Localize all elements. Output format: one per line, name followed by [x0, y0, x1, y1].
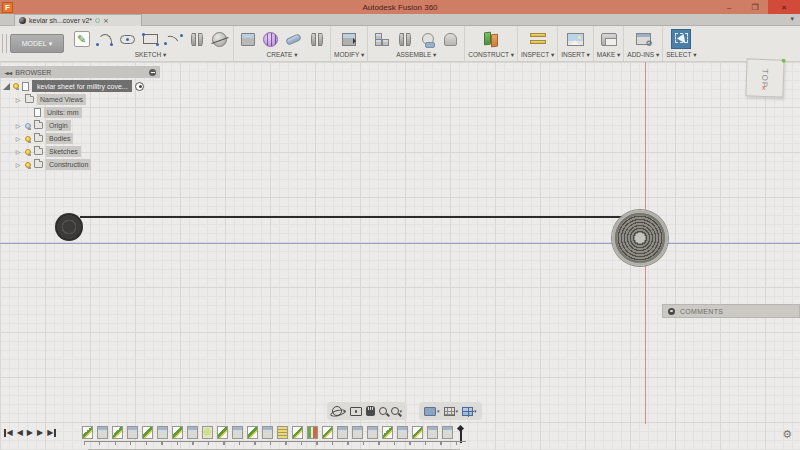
expand-arrow-icon[interactable]: ▷ — [14, 135, 22, 142]
tab-overflow-chevron-icon[interactable]: ▾ — [790, 15, 794, 23]
browser-item-label[interactable]: Origin — [46, 120, 71, 131]
3d-print-icon[interactable] — [598, 29, 619, 50]
expand-arrow-icon[interactable]: ▷ — [14, 148, 22, 155]
create-form-icon[interactable] — [260, 29, 281, 50]
spline-icon[interactable] — [163, 29, 184, 50]
browser-item-label[interactable]: Named Views — [37, 94, 86, 105]
close-button[interactable]: × — [768, 0, 800, 14]
expand-arrow-icon[interactable]: ▷ — [14, 122, 22, 129]
activate-component-radio[interactable] — [135, 82, 144, 91]
rigid-group-icon[interactable] — [440, 29, 461, 50]
collapse-panel-icon[interactable]: ◄◄ — [4, 69, 11, 76]
measure-icon[interactable] — [527, 29, 548, 50]
timeline-feature-extrude[interactable] — [127, 426, 138, 439]
visibility-bulb-icon[interactable] — [25, 123, 31, 129]
timeline-feature-extrude[interactable] — [262, 426, 273, 439]
orbit-button[interactable]: ▾ — [332, 406, 346, 416]
timeline-feature-sketch[interactable] — [382, 426, 393, 439]
visibility-bulb-icon[interactable] — [13, 83, 19, 89]
timeline-feature-extrude[interactable] — [397, 426, 408, 439]
joint-origin-icon[interactable] — [417, 29, 438, 50]
browser-item-origin[interactable]: ▷ Origin — [0, 120, 170, 131]
expand-caret-icon[interactable] — [3, 83, 10, 90]
browser-item-bodies[interactable]: ▷ Bodies — [0, 133, 170, 144]
timeline-feature-sketch[interactable] — [322, 426, 333, 439]
select-tool-icon[interactable] — [671, 29, 692, 50]
timeline-feature-appearance[interactable] — [307, 426, 318, 439]
visibility-bulb-icon[interactable] — [25, 149, 31, 155]
browser-item-label[interactable]: Sketches — [46, 146, 81, 157]
browser-item-units[interactable]: Units: mm — [0, 107, 170, 118]
timeline-feature-extrude[interactable] — [367, 426, 378, 439]
view-cube[interactable]: TOP — [745, 58, 784, 97]
display-settings-button[interactable]: ▾ — [424, 407, 440, 416]
step-back-button[interactable]: ◀ — [17, 428, 23, 437]
new-body-box-icon[interactable] — [237, 29, 258, 50]
timeline-feature-sketch[interactable] — [172, 426, 183, 439]
fit-button[interactable]: ▾ — [391, 407, 403, 415]
timeline-feature-extrude[interactable] — [232, 426, 243, 439]
insert-image-icon[interactable] — [565, 29, 586, 50]
timeline-feature-press[interactable] — [277, 426, 288, 439]
collapse-all-icon[interactable] — [149, 69, 156, 76]
workspace-dropdown[interactable]: MODEL ▾ — [10, 34, 64, 53]
timeline-feature-sketch[interactable] — [217, 426, 228, 439]
grid-snaps-button[interactable]: ▾ — [444, 407, 459, 416]
tab-close-icon[interactable]: × — [103, 17, 109, 25]
viewports-button[interactable]: ▾ — [462, 407, 477, 416]
create-sketch-icon[interactable]: ✎ — [71, 29, 92, 50]
timeline-scroll-track[interactable] — [88, 449, 460, 450]
timeline-feature-extrude[interactable] — [427, 426, 438, 439]
browser-item-label[interactable]: Bodies — [46, 133, 73, 144]
document-tab[interactable]: kevlar sh...cover v2* × — [14, 14, 142, 26]
go-to-start-button[interactable]: ◀ — [4, 428, 13, 437]
timeline-feature-sketch[interactable] — [142, 426, 153, 439]
joint-icon[interactable] — [394, 29, 415, 50]
comments-bar[interactable]: COMMENTS — [662, 304, 800, 318]
browser-root-item[interactable]: kevlar sheet for militry cove... — [0, 80, 170, 92]
small-cylinder-body[interactable] — [55, 213, 83, 241]
timeline-feature-extrude[interactable] — [442, 426, 453, 439]
arc-icon[interactable] — [94, 29, 115, 50]
construction-plane-icon[interactable] — [481, 29, 502, 50]
play-button[interactable]: ▶ — [27, 428, 33, 437]
timeline-feature-sketch[interactable] — [247, 426, 258, 439]
pattern-mirror-icon[interactable] — [306, 29, 327, 50]
settings-gear-icon[interactable]: ⚙ — [782, 428, 792, 441]
browser-header[interactable]: ◄◄ BROWSER — [0, 66, 160, 78]
browser-item-construction[interactable]: ▷ Construction — [0, 159, 170, 170]
timeline-feature-extrude[interactable] — [97, 426, 108, 439]
visibility-bulb-icon[interactable] — [25, 136, 31, 142]
minimize-button[interactable]: – — [716, 0, 742, 14]
new-component-icon[interactable] — [371, 29, 392, 50]
press-pull-icon[interactable] — [339, 29, 360, 50]
pan-button[interactable] — [366, 406, 375, 416]
expand-arrow-icon[interactable]: ▷ — [14, 161, 22, 168]
go-to-end-button[interactable]: ▶ — [47, 428, 56, 437]
scripts-addins-icon[interactable] — [633, 29, 654, 50]
browser-item-named-views[interactable]: ▷ Named Views — [0, 94, 170, 105]
timeline-feature-sketch[interactable] — [112, 426, 123, 439]
timeline-feature-fillet[interactable] — [202, 426, 213, 439]
browser-item-label[interactable]: Construction — [46, 159, 91, 170]
timeline-feature-extrude[interactable] — [337, 426, 348, 439]
zoom-button[interactable] — [379, 407, 387, 415]
sketch-construction-line[interactable] — [80, 216, 634, 218]
expand-arrow-icon[interactable]: ▷ — [14, 96, 22, 103]
timeline-feature-extrude[interactable] — [157, 426, 168, 439]
toolbar-drag-handle[interactable] — [2, 34, 7, 53]
model-viewport[interactable]: TOP x ◄◄ BROWSER kevlar sheet for militr… — [0, 62, 800, 450]
root-component-label[interactable]: kevlar sheet for militry cove... — [32, 80, 132, 92]
step-forward-button[interactable]: ▶ — [37, 428, 43, 437]
timeline-feature-sketch[interactable] — [292, 426, 303, 439]
timeline-feature-extrude[interactable] — [187, 426, 198, 439]
sketch-mirror-icon[interactable] — [186, 29, 207, 50]
timeline-feature-extrude[interactable] — [352, 426, 363, 439]
visibility-bulb-icon[interactable] — [25, 162, 31, 168]
browser-item-sketches[interactable]: ▷ Sketches — [0, 146, 170, 157]
rectangle-icon[interactable] — [140, 29, 161, 50]
maximize-button[interactable]: ❐ — [742, 0, 768, 14]
kevlar-disc-body[interactable] — [612, 210, 668, 266]
slot-icon[interactable] — [117, 29, 138, 50]
timeline-feature-sketch[interactable] — [412, 426, 423, 439]
